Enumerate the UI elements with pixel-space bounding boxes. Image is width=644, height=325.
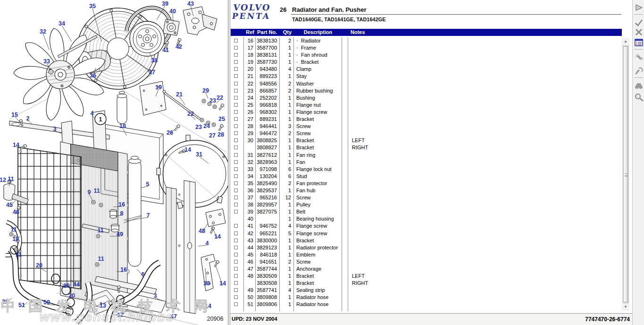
table-row[interactable]: 4935877414Sealing strip — [231, 287, 622, 294]
description-cell: Radiator hose — [294, 294, 342, 301]
table-row[interactable]: 278892311Bracket — [231, 116, 622, 123]
callout-number: 19 — [155, 84, 162, 91]
notes-cell — [348, 294, 622, 301]
row-checkbox[interactable] — [234, 188, 238, 192]
table-row[interactable]: 242522021Bushing — [231, 94, 622, 102]
table-row[interactable]: 299464722Screw — [231, 130, 622, 137]
row-checkbox[interactable] — [234, 89, 238, 93]
row-checkbox[interactable] — [234, 274, 238, 278]
row-checkbox[interactable] — [234, 60, 238, 64]
row-checkbox[interactable] — [234, 82, 238, 86]
row-checkbox[interactable] — [234, 67, 238, 71]
table-row[interactable]: 458461181Emblem — [231, 251, 622, 258]
row-checkbox[interactable] — [234, 260, 238, 264]
qty-cell: 1 — [280, 273, 294, 280]
table-row[interactable]: 38305081BracketRIGHT — [231, 280, 622, 287]
table-row[interactable]: 429652215Flange screw — [231, 230, 622, 237]
row-checkbox[interactable] — [234, 203, 238, 206]
part-no-cell: 3587741 — [256, 287, 280, 294]
cancel-x-icon[interactable] — [634, 27, 644, 37]
row-checkbox[interactable] — [234, 210, 238, 214]
table-row[interactable]: 1935877301·Bracket — [231, 59, 622, 66]
table-row[interactable]: 3038088251BracketLEFT — [231, 137, 622, 144]
binoculars-icon[interactable] — [634, 81, 644, 91]
table-row[interactable]: 341302046Stud — [231, 173, 622, 180]
table-row[interactable]: 3938270751Belt — [231, 208, 622, 215]
row-checkbox[interactable] — [234, 103, 238, 107]
scroll-thumb[interactable] — [623, 46, 628, 302]
continue-arrow-icon[interactable] — [634, 3, 644, 12]
table-row[interactable]: 289464413Screw — [231, 123, 622, 130]
row-checkbox[interactable] — [234, 302, 238, 306]
table-row[interactable]: 3238289631Fan — [231, 159, 622, 166]
vertical-scrollbar[interactable]: ▲ ▼ — [622, 37, 629, 312]
row-checkbox[interactable] — [234, 181, 238, 185]
qty-cell: 1 — [280, 109, 294, 116]
row-checkbox[interactable] — [234, 160, 238, 164]
row-checkbox[interactable] — [234, 153, 238, 157]
table-row[interactable]: 229485562Washer — [231, 80, 622, 87]
scroll-track[interactable] — [622, 45, 629, 303]
row-checkbox[interactable] — [234, 253, 238, 257]
row-checkbox[interactable] — [234, 145, 238, 149]
table-row[interactable]: 3638295371Fan hub — [231, 187, 622, 194]
row-checkbox[interactable] — [234, 39, 238, 43]
table-row[interactable]: 259668181Flange nut — [231, 102, 622, 109]
parts-list-window-icon[interactable] — [634, 38, 644, 47]
table-row[interactable]: 4338300001Bracket — [231, 237, 622, 244]
table-row[interactable]: 4735877441Anchorage — [231, 265, 622, 273]
row-checkbox[interactable] — [234, 117, 238, 121]
table-row[interactable]: 218892231Stay — [231, 73, 622, 80]
table-row[interactable]: 1735877001·Frame — [231, 44, 622, 51]
row-checkbox[interactable] — [234, 288, 238, 292]
table-row[interactable]: 1638381302·Radiator — [231, 37, 622, 44]
notes-cell — [348, 222, 622, 230]
row-checkbox[interactable] — [234, 46, 238, 50]
table-row[interactable]: 469416512Screw — [231, 258, 622, 265]
table-row[interactable]: 238668572Rubber bushing — [231, 87, 622, 94]
row-checkbox[interactable] — [234, 196, 238, 199]
row-checkbox[interactable] — [234, 231, 238, 235]
table-row[interactable]: 339710986Flange lock nut — [231, 166, 622, 173]
row-checkbox[interactable] — [234, 267, 238, 271]
scroll-down-button[interactable]: ▼ — [622, 303, 629, 311]
scroll-up-button[interactable]: ▲ — [622, 38, 629, 45]
table-row[interactable]: 4438291231Radiator protector — [231, 244, 622, 251]
row-checkbox[interactable] — [234, 124, 238, 128]
zoom-search-icon[interactable] — [634, 93, 644, 102]
fitting-icon[interactable] — [634, 66, 644, 76]
table-row[interactable]: 3796521612Screw — [231, 194, 622, 201]
accept-check-icon[interactable] — [634, 18, 644, 27]
row-checkbox[interactable] — [234, 53, 238, 57]
row-checkbox[interactable] — [234, 239, 238, 242]
row-checkbox[interactable] — [234, 131, 238, 135]
callout-number: 6 — [142, 271, 145, 278]
row-checkbox[interactable] — [234, 138, 238, 142]
row-checkbox[interactable] — [234, 246, 238, 249]
pulley-drawing — [130, 21, 165, 56]
table-row[interactable]: 1838381311·Fan shroud — [231, 51, 622, 59]
row-checkbox[interactable] — [234, 281, 238, 285]
table-row[interactable]: 269683021Flange screw — [231, 109, 622, 116]
table-row[interactable]: 209434804Clamp — [231, 66, 622, 73]
table-row[interactable]: 4838305091BracketLEFT — [231, 273, 622, 280]
description-cell: Belt — [294, 208, 342, 215]
table-row[interactable]: 38088271BracketRIGHT — [231, 144, 622, 151]
ref-cell: 24 — [244, 94, 256, 102]
row-checkbox[interactable] — [234, 110, 238, 114]
row-checkbox[interactable] — [234, 224, 238, 228]
row-checkbox[interactable] — [234, 96, 238, 100]
row-checkbox[interactable] — [234, 167, 238, 171]
service-tools-icon[interactable] — [634, 53, 644, 62]
table-row[interactable]: 5038098081Radiator hose — [231, 294, 622, 301]
table-row[interactable]: 3138276121Fan ring — [231, 152, 622, 159]
status-bar: UPD: 23 NOV 2004 7747470-26-6774 — [230, 313, 633, 325]
table-row[interactable]: 5138098061Radiator hose — [231, 301, 622, 308]
row-checkbox[interactable] — [234, 295, 238, 299]
row-checkbox[interactable] — [234, 174, 238, 178]
table-row[interactable]: 3538254902Fan protector — [231, 180, 622, 187]
table-row[interactable]: 3838299571Pulley — [231, 201, 622, 208]
table-row[interactable]: 419467524Flange screw — [231, 222, 622, 230]
row-checkbox[interactable] — [234, 74, 238, 78]
table-row[interactable]: 401Bearing housing — [231, 215, 622, 222]
